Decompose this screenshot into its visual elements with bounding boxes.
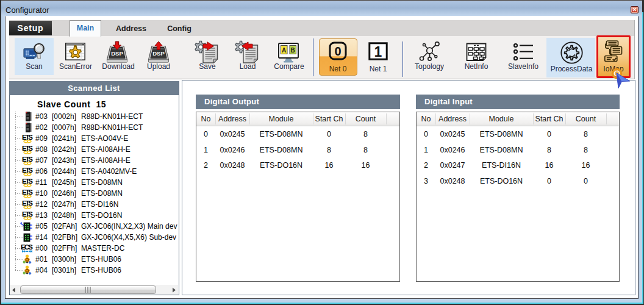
svg-text:DSP: DSP [152, 50, 165, 57]
svg-text:1: 1 [374, 44, 382, 60]
svg-text:ECS: ECS [21, 243, 33, 251]
svg-text:A: A [282, 47, 286, 54]
svg-text:0: 0 [334, 45, 341, 58]
svg-text:B: B [291, 47, 295, 54]
svg-text:DSP: DSP [111, 50, 123, 57]
